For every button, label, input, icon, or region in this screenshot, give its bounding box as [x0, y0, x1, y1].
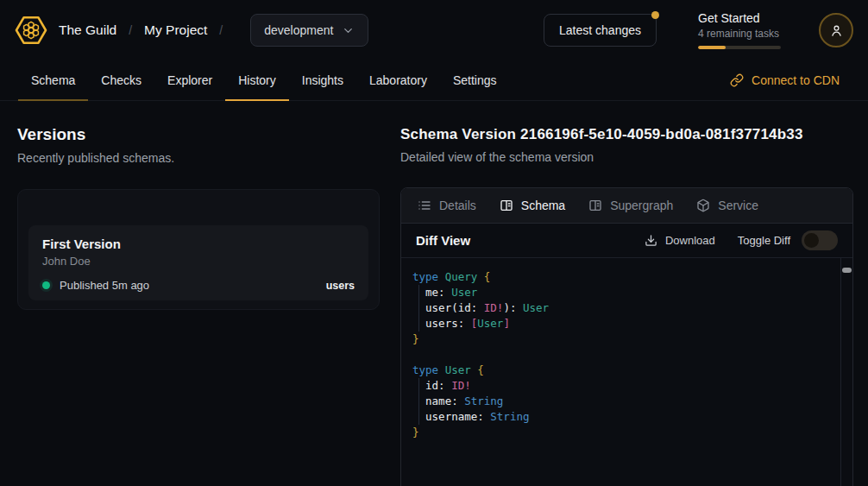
- code-line: type Query {: [412, 269, 835, 285]
- progress-track: [698, 46, 781, 49]
- panels-icon: [500, 199, 513, 212]
- version-detail-title: Schema Version 2166196f-5e10-4059-bd0a-0…: [400, 126, 854, 143]
- nav-tab-schema[interactable]: Schema: [18, 60, 88, 100]
- avatar-button[interactable]: [819, 13, 853, 47]
- diff-view-header: Diff View Download Toggle Diff: [401, 224, 852, 258]
- notification-dot: [651, 11, 659, 19]
- code-line: username: String: [412, 409, 835, 425]
- get-started-title: Get Started: [698, 11, 781, 25]
- connect-cdn-link[interactable]: Connect to CDN: [730, 60, 840, 100]
- nav-tab-settings[interactable]: Settings: [440, 60, 510, 100]
- list-icon: [418, 199, 431, 212]
- detail-tab-supergraph[interactable]: Supergraph: [588, 199, 673, 212]
- latest-changes-button[interactable]: Latest changes: [544, 14, 657, 47]
- download-button[interactable]: Download: [645, 234, 715, 247]
- nav-tab-insights[interactable]: Insights: [289, 60, 356, 100]
- code-line: id: ID!: [412, 378, 835, 394]
- scrollbar-thumb[interactable]: [842, 268, 852, 273]
- breadcrumb-separator: /: [219, 23, 223, 37]
- versions-subtitle: Recently published schemas.: [17, 151, 380, 165]
- nav-tab-history[interactable]: History: [225, 60, 289, 100]
- published-dot: [42, 281, 50, 289]
- get-started-subtitle: 4 remaining tasks: [698, 28, 781, 40]
- hive-logo-icon: [15, 14, 47, 47]
- cube-icon: [696, 199, 710, 212]
- code-line: users: [User]: [412, 316, 835, 331]
- toggle-diff-switch[interactable]: [802, 230, 838, 250]
- chevron-down-icon: [342, 24, 355, 37]
- detail-tab-label: Service: [718, 199, 758, 212]
- code-line: type User {: [412, 363, 835, 378]
- detail-tab-label: Supergraph: [610, 199, 673, 212]
- target-selector-value: development: [264, 23, 333, 37]
- toggle-knob: [804, 233, 819, 248]
- detail-tab-label: Details: [439, 199, 476, 212]
- get-started-widget[interactable]: Get Started 4 remaining tasks: [698, 11, 781, 49]
- breadcrumb-separator: /: [129, 23, 132, 37]
- schema-panel: DetailsSchemaSupergraphService Diff View…: [400, 187, 853, 486]
- primary-nav: SchemaChecksExplorerHistoryInsightsLabor…: [0, 60, 868, 101]
- code-line: }: [412, 331, 835, 347]
- versions-title: Versions: [17, 125, 380, 144]
- code-line: }: [412, 425, 835, 440]
- version-detail-subtitle: Detailed view of the schema version: [400, 150, 854, 164]
- progress-fill: [698, 46, 726, 49]
- link-icon: [730, 73, 744, 87]
- version-author: John Doe: [42, 255, 355, 268]
- nav-tab-checks[interactable]: Checks: [88, 60, 154, 100]
- versions-panel: Versions Recently published schemas. Fir…: [17, 125, 380, 310]
- version-status-row: Published 5m ago users: [42, 279, 355, 292]
- detail-tabs: DetailsSchemaSupergraphService: [401, 188, 852, 224]
- sdl-code: type Query { me: User user(id: ID!): Use…: [401, 258, 852, 440]
- logo-link[interactable]: [15, 14, 47, 47]
- top-bar: The Guild / My Project / development Lat…: [0, 0, 868, 60]
- detail-tab-details[interactable]: Details: [418, 199, 476, 212]
- code-line: name: String: [412, 394, 835, 409]
- target-selector[interactable]: development: [250, 14, 368, 47]
- version-status: Published 5m ago: [60, 279, 149, 292]
- code-line: me: User: [412, 285, 835, 300]
- user-icon: [829, 23, 844, 38]
- panels-icon: [588, 199, 602, 212]
- nav-tab-laboratory[interactable]: Laboratory: [356, 60, 440, 100]
- version-list-item[interactable]: First Version John Doe Published 5m ago …: [28, 225, 368, 300]
- project-breadcrumb[interactable]: My Project: [144, 22, 207, 38]
- version-detail-header: Schema Version 2166196f-5e10-4059-bd0a-0…: [400, 126, 854, 164]
- version-name: First Version: [42, 237, 355, 251]
- service-badge: users: [326, 280, 355, 292]
- code-viewport[interactable]: type Query { me: User user(id: ID!): Use…: [401, 258, 852, 486]
- detail-tab-schema[interactable]: Schema: [500, 199, 565, 212]
- download-icon: [645, 234, 657, 247]
- versions-list-card: First Version John Doe Published 5m ago …: [17, 189, 380, 310]
- diff-view-title: Diff View: [416, 233, 470, 248]
- page: The Guild / My Project / development Lat…: [0, 0, 868, 486]
- toggle-diff-label: Toggle Diff: [738, 234, 790, 247]
- code-line: user(id: ID!): User: [412, 300, 835, 316]
- detail-tab-label: Schema: [521, 199, 565, 212]
- diff-actions: Download Toggle Diff: [645, 230, 838, 250]
- nav-tab-explorer[interactable]: Explorer: [154, 60, 225, 100]
- code-line: [412, 347, 835, 363]
- org-breadcrumb[interactable]: The Guild: [59, 22, 116, 38]
- detail-tab-service[interactable]: Service: [696, 199, 758, 212]
- primary-nav-tabs: SchemaChecksExplorerHistoryInsightsLabor…: [18, 60, 510, 100]
- toggle-diff-control: Toggle Diff: [738, 230, 838, 250]
- scrollbar-track[interactable]: [840, 258, 852, 486]
